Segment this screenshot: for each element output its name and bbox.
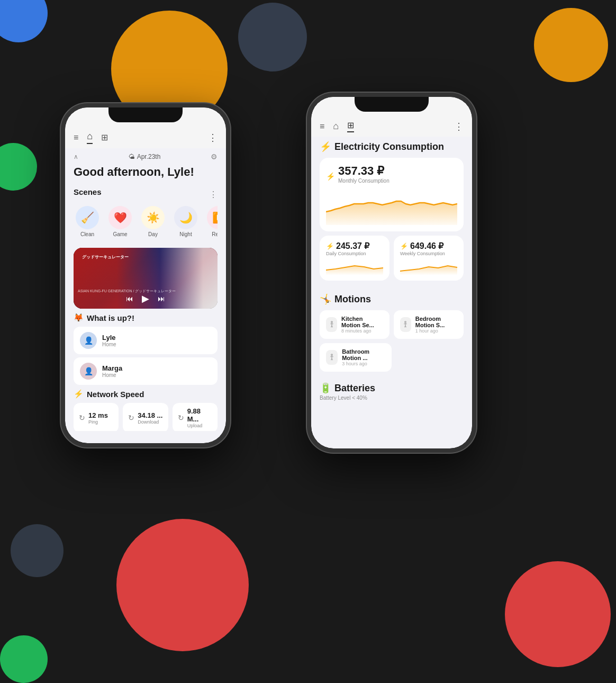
- phone2-bathroom-name: Bathroom Motion ...: [342, 348, 385, 361]
- bg-circle-green-bl: [0, 635, 48, 683]
- phone1-upload-value: 9.88 M...: [187, 407, 212, 423]
- phone2-header: ≡ ⌂ ⊞ ⋮: [311, 120, 472, 137]
- phone2-bedroom-time: 1 hour ago: [415, 328, 457, 334]
- phone2-menu-icon[interactable]: ≡: [320, 122, 324, 131]
- scene-clean-label: Clean: [80, 231, 94, 237]
- phone1-weather-icon: 🌤: [129, 153, 135, 160]
- scene-night-icon: 🌙: [174, 206, 197, 229]
- phone2-bathroom-time: 3 hours ago: [342, 361, 385, 366]
- phone2-bedroom-name: Bedroom Motion S...: [415, 316, 457, 328]
- phone1-play-btn[interactable]: ▶: [142, 293, 149, 304]
- phone2-bedroom-icon: [400, 317, 411, 332]
- phone1-next-btn[interactable]: ⏭: [158, 294, 165, 303]
- phone2-motions-title: 🤸 Motions: [320, 293, 464, 305]
- phone2-batteries-title: 🔋 Batteries: [320, 382, 464, 394]
- bg-circle-red-br: [505, 561, 611, 667]
- phone1-chat-header: 🦊 What is up?!: [74, 313, 218, 322]
- phone2-daily-bolt: ⚡: [326, 242, 334, 250]
- phone2-home-icon[interactable]: ⌂: [333, 121, 339, 132]
- phone1-user-lyle-info: Lyle Home: [102, 334, 116, 347]
- phone1-chat-section: 🦊 What is up?! 👤 Lyle Home 👤: [74, 313, 218, 385]
- phone1-settings-icon[interactable]: ⚙: [211, 152, 218, 161]
- phone1-scenes-section: Scenes ⋮ 🧹 Clean ❤️ Game ☀️ Day: [65, 187, 226, 244]
- phone2-bathroom-icon: [326, 350, 338, 365]
- phone2-kitchen-motion[interactable]: Kitchen Motion Se... 8 minutes ago: [320, 310, 389, 339]
- bg-circle-yellow-tr: [534, 8, 608, 82]
- phone2-weekly-card[interactable]: ⚡ 649.46 ₽ Weekly Consumption: [394, 236, 464, 281]
- phone2-motion-row2: Bathroom Motion ... 3 hours ago: [320, 343, 464, 372]
- phone1-ping-value: 12 ms: [88, 411, 108, 419]
- phone2-daily-value-row: ⚡ 245.37 ₽: [326, 241, 383, 251]
- phone1-frame: ≡ ⌂ ⊞ ⋮ ∧ 🌤 Apr.23th ⚙ Good afternoon, L…: [61, 103, 230, 447]
- phone2-battery-icon: 🔋: [320, 382, 331, 394]
- phone1-greeting-section: ∧ 🌤 Apr.23th ⚙ Good afternoon, Lyle!: [65, 148, 226, 187]
- scene-clean[interactable]: 🧹 Clean: [74, 206, 101, 237]
- phone2-content: ⚡ Electricity Consumption ⚡ 357.33 ₽ Mon…: [311, 137, 472, 435]
- phone2-notch: [355, 97, 429, 112]
- phone2-motions-section: 🤸 Motions Kitchen Motion Se...: [311, 289, 472, 380]
- phone1-ping-item[interactable]: ↻ 12 ms Ping: [74, 403, 119, 431]
- scene-relax-icon: ▶️: [207, 206, 218, 229]
- phone2-weekly-chart: [400, 259, 457, 275]
- phone2-kitchen-icon: [326, 317, 337, 332]
- phone1-user-lyle-name: Lyle: [102, 334, 116, 342]
- phone2-elec-main-row: ⚡ 357.33 ₽ Monthly Consumption: [326, 164, 457, 188]
- phone2-batteries-sub: Battery Level < 40%: [320, 395, 464, 401]
- phone1-media-title: グッドサーキュレーター: [82, 254, 129, 260]
- phone1-more-icon[interactable]: ⋮: [208, 132, 218, 143]
- scene-day[interactable]: ☀️ Day: [139, 206, 167, 237]
- phone2-elec-title-text: Electricity Consumption: [334, 141, 444, 152]
- phone1-home-icon[interactable]: ⌂: [87, 131, 93, 144]
- phone1-avatar-marga-inner: 👤: [80, 363, 97, 380]
- phone2-weekly-label: Weekly Consumption: [400, 251, 457, 256]
- scene-game[interactable]: ❤️ Game: [106, 206, 134, 237]
- phone1-upload-item[interactable]: ↻ 9.88 M... Upload: [173, 403, 218, 431]
- phone2-sub-row: ⚡ 245.37 ₽ Daily Consumption: [320, 236, 464, 281]
- phone1-scenes-header: Scenes ⋮: [74, 187, 218, 202]
- phone1-media-card[interactable]: グッドサーキュレーター ASIAN KUNG-FU GENERATION / グ…: [74, 248, 218, 309]
- phone2-grid-icon[interactable]: ⊞: [347, 120, 354, 132]
- phone1-chat-emoji: 🦊: [74, 313, 84, 322]
- phone1-greeting-text: Good afternoon, Lyle!: [74, 165, 218, 179]
- phone2-kitchen-time: 8 minutes ago: [341, 328, 383, 334]
- phone2-elec-section: ⚡ Electricity Consumption ⚡ 357.33 ₽ Mon…: [311, 137, 472, 289]
- phone2-elec-icon: ⚡: [320, 141, 331, 152]
- phone1-download-icon: ↻: [128, 414, 134, 422]
- phone1-collapse-icon[interactable]: ∧: [74, 153, 78, 160]
- phone1-avatar-lyle: 👤: [80, 332, 97, 349]
- phone2-frame: ≡ ⌂ ⊞ ⋮ ⚡ Electricity Consumption ⚡ 3: [307, 93, 476, 453]
- phone1-media-controls: ⏮ ▶ ⏭: [74, 293, 218, 304]
- phone2-daily-card[interactable]: ⚡ 245.37 ₽ Daily Consumption: [320, 236, 389, 281]
- phone2-bathroom-motion[interactable]: Bathroom Motion ... 3 hours ago: [320, 343, 392, 372]
- svg-point-0: [331, 321, 332, 323]
- phone2-bolt-icon: ⚡: [326, 172, 335, 181]
- phone1-menu-icon[interactable]: ≡: [74, 133, 78, 142]
- phone1-scenes-more[interactable]: ⋮: [209, 190, 218, 200]
- phone2-elec-main-card[interactable]: ⚡ 357.33 ₽ Monthly Consumption: [320, 158, 464, 231]
- phone1-user-marga-info: Marga Home: [102, 364, 122, 378]
- svg-point-2: [331, 354, 333, 356]
- phone1-download-item[interactable]: ↻ 34.18 ... Download: [123, 403, 168, 431]
- phone1-scenes-title: Scenes: [74, 187, 102, 196]
- phone2-main-label: Monthly Consumption: [338, 178, 389, 184]
- phone2-bedroom-motion[interactable]: Bedroom Motion S... 1 hour ago: [394, 310, 464, 339]
- phone2-motions-icon: 🤸: [320, 293, 331, 305]
- phone1-user-marga-sub: Home: [102, 372, 122, 378]
- phone1-upload-icon: ↻: [178, 414, 184, 422]
- phone1-user-lyle[interactable]: 👤 Lyle Home: [74, 327, 218, 354]
- phone2-main-chart: [326, 188, 457, 225]
- phone1-prev-btn[interactable]: ⏮: [126, 294, 133, 303]
- phone1-grid-icon[interactable]: ⊞: [101, 132, 108, 142]
- phone2-more-icon[interactable]: ⋮: [454, 121, 464, 132]
- phone1-upload-label: Upload: [187, 423, 212, 428]
- scene-relax[interactable]: ▶️ Relax: [205, 206, 218, 237]
- phone1-user-marga-name: Marga: [102, 364, 122, 372]
- scene-relax-label: Relax: [212, 231, 218, 237]
- scene-game-icon: ❤️: [108, 206, 132, 229]
- phone1-user-marga[interactable]: 👤 Marga Home: [74, 357, 218, 385]
- phone2-motion-row1: Kitchen Motion Se... 8 minutes ago: [320, 310, 464, 339]
- phone1-network-header: ⚡ Network Speed: [74, 389, 218, 399]
- scene-night[interactable]: 🌙 Night: [172, 206, 200, 237]
- phone1-download-value: 34.18 ...: [138, 411, 162, 419]
- phone1-date-chip: 🌤 Apr.23th: [129, 153, 161, 160]
